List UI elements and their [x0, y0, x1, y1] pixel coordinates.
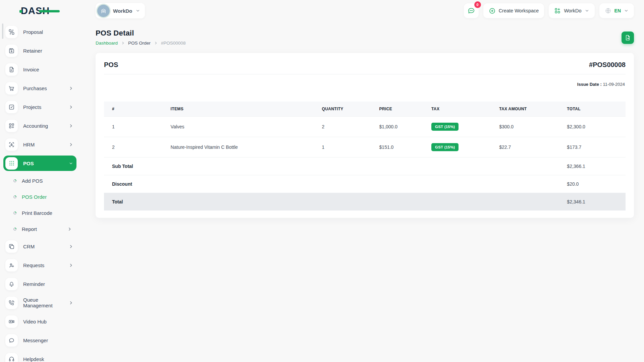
table-row: 1 Valves 2 $1,000.0 GST (15%) $300.0 $2,… [104, 117, 626, 137]
sidebar-item-pos[interactable]: POS [3, 156, 76, 171]
issue-date: Issue Date : 11-09-2024 [104, 82, 625, 87]
sidebar-item-queue-management[interactable]: Queue Management [3, 295, 76, 310]
phone-call-icon [5, 297, 18, 309]
bell-icon [5, 278, 18, 290]
cell-index: 2 [104, 137, 167, 158]
floppy-icon [5, 45, 18, 57]
sidebar-item-label: POS [23, 161, 34, 166]
sidebar-subitem-print-barcode[interactable]: Print Barcode [5, 206, 76, 219]
chevron-right-icon [69, 263, 73, 267]
route-icon [5, 26, 18, 38]
sidebar-subitem-add-pos[interactable]: Add POS [5, 174, 76, 187]
app-switcher[interactable]: WorkDo [549, 3, 594, 18]
subtotal-label: Sub Total [104, 158, 318, 175]
app-switcher-label: WorkDo [564, 8, 581, 13]
messages-button[interactable]: 0 [464, 3, 479, 18]
building-icon [97, 5, 110, 17]
sidebar-item-invoice[interactable]: Invoice [3, 62, 76, 77]
sidebar-item-label: Accounting [23, 123, 48, 129]
cell-quantity: 2 [318, 117, 375, 137]
chevron-right-icon [121, 41, 125, 45]
chevron-right-icon [69, 244, 73, 249]
sidebar-item-label: HRM [23, 142, 35, 147]
cell-tax: GST (15%) [427, 117, 495, 137]
column-header-total: TOTAL [563, 102, 626, 117]
user-scan-icon [5, 138, 18, 151]
sidebar-item-crm[interactable]: CRM [3, 239, 76, 254]
sidebar-item-label: Invoice [23, 67, 39, 72]
file-export-icon [625, 35, 631, 41]
chevron-right-icon [69, 142, 73, 147]
grid-plus-icon [554, 7, 561, 14]
sidebar-subitem-label: POS Order [22, 194, 47, 200]
chevron-right-icon [154, 41, 158, 45]
sidebar-item-messenger[interactable]: Messenger [3, 333, 76, 348]
column-header-price: PRICE [375, 102, 428, 117]
column-header-items: ITEMS [167, 102, 318, 117]
chevron-right-icon [69, 105, 73, 109]
sidebar-item-hrm[interactable]: HRM [3, 137, 76, 152]
workspace-label: WorkDo [113, 8, 132, 14]
sidebar-item-accounting[interactable]: Accounting [3, 118, 76, 133]
workspace-selector[interactable]: WorkDo [96, 3, 145, 18]
logo-bar [39, 10, 60, 12]
cell-total: $173.7 [563, 137, 626, 158]
sidebar-item-projects[interactable]: Projects [3, 99, 76, 115]
dash-logo[interactable]: DASH [21, 6, 50, 16]
pos-items-table: # ITEMS QUANTITY PRICE TAX TAX AMOUNT TO… [104, 102, 626, 210]
cell-index: 1 [104, 117, 167, 137]
headset-icon [5, 353, 18, 362]
sidebar-item-label: Requests [23, 262, 44, 268]
cell-tax: GST (15%) [427, 137, 495, 158]
pos-card-header: POS #POS00008 [104, 61, 626, 74]
chevron-right-icon [69, 86, 73, 90]
sidebar-subitem-label: Print Barcode [22, 210, 52, 216]
bullet-icon [13, 227, 17, 231]
video-icon [5, 315, 18, 328]
sidebar-item-label: CRM [23, 244, 35, 249]
create-workspace-button[interactable]: Create Workspace [483, 3, 544, 18]
sidebar-item-purchases[interactable]: Purchases [3, 80, 76, 96]
sidebar-subitem-report[interactable]: Report [5, 223, 76, 235]
sidebar-item-label: Projects [23, 104, 41, 110]
main-content: POS Detail Dashboard POS Order #POS00008 [80, 21, 644, 362]
page-header-text: POS Detail Dashboard POS Order #POS00008 [96, 29, 185, 46]
export-pos-button[interactable] [622, 32, 634, 44]
cell-price: $1,000.0 [375, 117, 428, 137]
table-header-row: # ITEMS QUANTITY PRICE TAX TAX AMOUNT TO… [104, 102, 626, 117]
dots-grid-icon [5, 157, 18, 170]
cell-item: Valves [167, 117, 318, 137]
issue-date-value: 11-09-2024 [603, 82, 625, 87]
sidebar-item-requests[interactable]: Requests [3, 257, 76, 273]
breadcrumb-pos-order-link[interactable]: POS Order [128, 41, 151, 46]
breadcrumb-dashboard-link[interactable]: Dashboard [96, 41, 118, 46]
cell-quantity: 1 [318, 137, 375, 158]
create-workspace-label: Create Workspace [499, 8, 539, 13]
plus-circle-icon [489, 7, 496, 14]
sidebar-scrollbar[interactable] [2, 23, 3, 39]
breadcrumb-current: #POS00008 [161, 41, 186, 46]
bullet-icon [13, 179, 17, 183]
chevron-down-icon [69, 161, 73, 166]
chevron-down-icon [136, 8, 140, 13]
sidebar: Proposal Retainer Invoice [0, 21, 80, 362]
sidebar-item-video-hub[interactable]: Video Hub [3, 314, 76, 329]
sidebar-item-retainer[interactable]: Retainer [3, 43, 76, 58]
chevron-right-icon [67, 227, 72, 231]
discount-label: Discount [104, 175, 318, 193]
chevron-down-icon [585, 8, 589, 13]
sidebar-item-label: Helpdesk [23, 356, 44, 362]
sidebar-item-proposal[interactable]: Proposal [3, 24, 76, 40]
subtotal-value: $2,366.1 [563, 158, 626, 175]
tax-badge: GST (15%) [431, 143, 459, 151]
topbar-actions: 0 Create Workspace WorkDo EN [464, 3, 634, 18]
language-selector[interactable]: EN [599, 3, 634, 18]
sidebar-item-helpdesk[interactable]: Helpdesk [3, 351, 76, 362]
discount-value: $20.0 [563, 175, 626, 193]
column-header-tax: TAX [427, 102, 495, 117]
sidebar-item-reminder[interactable]: Reminder [3, 276, 76, 292]
total-row: Total $2,346.1 [104, 193, 626, 211]
chevron-right-icon [69, 124, 73, 128]
sidebar-subitem-pos-order[interactable]: POS Order [5, 190, 76, 203]
messages-count-badge: 0 [474, 1, 481, 8]
